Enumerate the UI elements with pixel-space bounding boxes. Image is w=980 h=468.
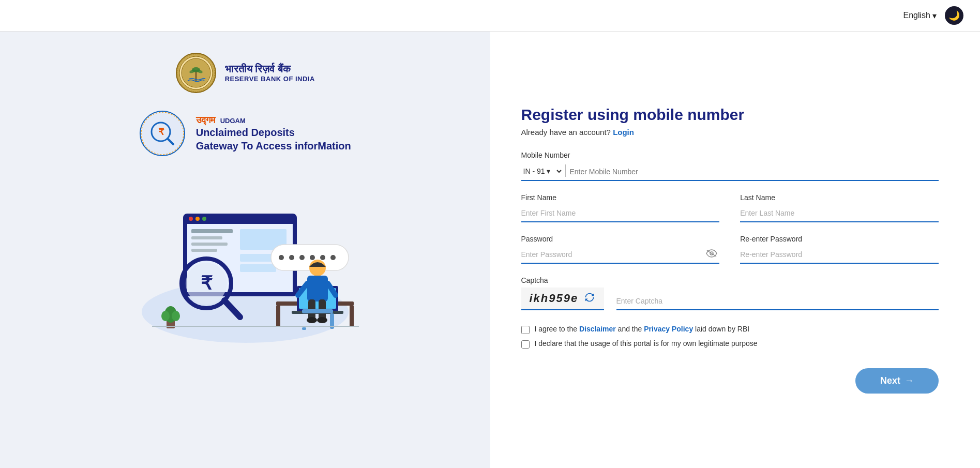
svg-rect-19 <box>191 229 233 233</box>
login-prompt: Already have an account? <box>521 128 611 137</box>
captcha-value: ikh959e <box>530 292 579 305</box>
captcha-input-wrap <box>616 293 939 310</box>
mobile-number-section: Mobile Number IN - 91 ▾ <box>521 151 939 193</box>
udgam-hindi: उद्गम <box>196 115 215 126</box>
disclaimer-link[interactable]: Disclaimer <box>579 325 616 333</box>
password-label: Password <box>521 235 720 243</box>
svg-point-57 <box>172 311 180 321</box>
svg-point-43 <box>309 260 326 276</box>
svg-point-33 <box>299 255 305 260</box>
next-label: Next <box>880 375 900 386</box>
names-row: First Name Last Name <box>521 193 939 222</box>
illustration-svg: ₹ <box>121 183 369 348</box>
svg-rect-53 <box>302 327 306 330</box>
rbi-text-block: भारतीय रिज़र्व बैंक RESERVE BANK OF INDI… <box>225 63 315 83</box>
svg-rect-39 <box>350 306 354 326</box>
purpose-checkbox-row[interactable]: I declare that the usage of this portal … <box>521 339 939 349</box>
svg-point-17 <box>195 217 200 221</box>
svg-point-49 <box>307 317 317 323</box>
privacy-policy-link[interactable]: Privacy Policy <box>644 325 693 333</box>
disclaimer-checkbox-row[interactable]: I agree to the Disclaimer and the Privac… <box>521 325 939 334</box>
svg-point-36 <box>330 255 336 260</box>
illustration: ₹ <box>121 183 369 350</box>
first-name-input[interactable] <box>521 205 720 222</box>
rbi-english-name: RESERVE BANK OF INDIA <box>225 75 315 83</box>
next-button[interactable]: Next → <box>855 368 939 394</box>
svg-point-56 <box>161 311 170 321</box>
captcha-label: Captcha <box>521 276 939 284</box>
password-field: Password <box>521 235 720 264</box>
svg-rect-44 <box>307 276 328 301</box>
svg-rect-20 <box>191 236 222 239</box>
eye-icon[interactable] <box>704 247 719 262</box>
first-name-field: First Name <box>521 193 720 222</box>
rbi-hindi-name: भारतीय रिज़र्व बैंक <box>225 63 315 75</box>
repassword-input[interactable] <box>740 246 939 263</box>
password-input[interactable] <box>521 246 704 263</box>
checkboxes-section: I agree to the Disclaimer and the Privac… <box>521 325 939 354</box>
form-title: Register using mobile number <box>521 106 939 124</box>
svg-text:₹: ₹ <box>200 273 212 294</box>
rbi-logo-row: भारतीय रिज़र्व बैंक RESERVE BANK OF INDI… <box>175 52 315 94</box>
svg-point-31 <box>279 255 284 260</box>
disclaimer-text: I agree to the Disclaimer and the Privac… <box>535 325 750 333</box>
top-bar: English ▾ 🌙 <box>0 0 980 32</box>
chevron-down-icon: ▾ <box>932 11 937 21</box>
refresh-captcha-button[interactable] <box>584 292 595 305</box>
last-name-label: Last Name <box>740 193 939 202</box>
captcha-display: ikh959e <box>521 288 604 310</box>
dark-mode-button[interactable]: 🌙 <box>945 6 963 25</box>
svg-point-32 <box>289 255 294 260</box>
udgam-text-block: उद्गम UDGAM Unclaimed Deposits Gateway T… <box>196 115 351 153</box>
svg-point-35 <box>320 255 325 260</box>
udgam-full-name-line2: Gateway To Access inforMation <box>196 139 351 153</box>
mobile-input-row: IN - 91 ▾ <box>521 162 939 181</box>
svg-rect-22 <box>191 249 217 252</box>
svg-rect-51 <box>302 309 333 313</box>
captcha-row: ikh959e <box>521 288 939 310</box>
udgam-full-name-line1: Unclaimed Deposits <box>196 126 351 139</box>
rbi-logo <box>175 52 217 94</box>
repassword-input-wrap <box>740 246 939 264</box>
left-panel: भारतीय रिज़र्व बैंक RESERVE BANK OF INDI… <box>0 32 490 468</box>
svg-point-50 <box>317 317 327 323</box>
last-name-input[interactable] <box>740 205 939 222</box>
svg-point-16 <box>189 217 193 221</box>
last-name-field: Last Name <box>740 193 939 222</box>
password-input-wrap <box>521 246 720 264</box>
svg-point-34 <box>310 255 315 260</box>
login-link[interactable]: Login <box>613 128 634 137</box>
language-selector[interactable]: English ▾ <box>903 11 937 21</box>
udgam-row: ₹ उद्गम UDGAM Unclaimed Deposits Gateway… <box>139 110 351 157</box>
first-name-label: First Name <box>521 193 720 202</box>
purpose-text: I declare that the usage of this portal … <box>535 339 758 348</box>
svg-point-18 <box>202 217 206 221</box>
arrow-icon: → <box>904 375 914 386</box>
right-panel: Register using mobile number Already hav… <box>490 32 981 468</box>
main-content: भारतीय रिज़र्व बैंक RESERVE BANK OF INDI… <box>0 32 980 468</box>
captcha-input[interactable] <box>616 293 939 310</box>
purpose-checkbox[interactable] <box>521 340 530 349</box>
udgam-logo: ₹ <box>139 110 186 157</box>
passwords-row: Password Re-enter Password <box>521 235 939 264</box>
repassword-label: Re-enter Password <box>740 235 939 243</box>
country-code-select[interactable]: IN - 91 ▾ <box>521 162 563 180</box>
language-label: English <box>903 11 930 20</box>
repassword-field: Re-enter Password <box>740 235 939 264</box>
mobile-input[interactable] <box>570 163 939 180</box>
login-row: Already have an account? Login <box>521 128 939 137</box>
mobile-label: Mobile Number <box>521 151 939 159</box>
divider <box>565 164 566 177</box>
moon-icon: 🌙 <box>948 10 960 21</box>
svg-rect-21 <box>191 243 228 246</box>
svg-rect-25 <box>240 264 276 272</box>
svg-rect-38 <box>276 306 280 326</box>
disclaimer-checkbox[interactable] <box>521 326 530 334</box>
svg-text:₹: ₹ <box>158 127 164 137</box>
captcha-section: Captcha ikh959e <box>521 276 939 310</box>
udgam-sub: UDGAM <box>220 117 246 125</box>
